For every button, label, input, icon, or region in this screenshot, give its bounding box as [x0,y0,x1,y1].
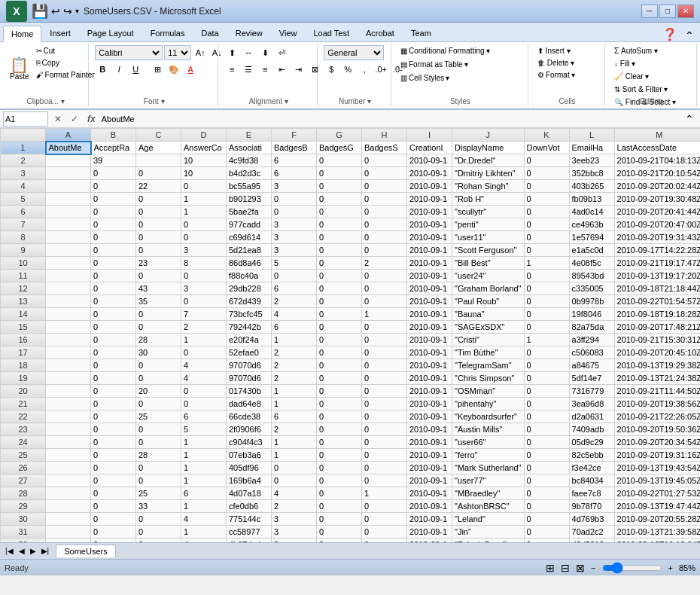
cell-r27c12[interactable]: 2010-09-13T19:45:05Z [614,474,700,487]
zoom-in-btn[interactable]: + [668,563,673,572]
expand-formula-icon[interactable]: ✕ [51,114,65,124]
cell-r29c5[interactable]: 2 [272,500,317,513]
cell-r20c12[interactable]: 2010-09-21T11:44:50Z [614,385,700,398]
cell-r2c6[interactable]: 0 [317,154,362,167]
cell-r9c3[interactable]: 3 [181,244,227,257]
cell-r17c1[interactable]: 0 [91,346,136,359]
cell-r24c3[interactable]: 1 [181,436,227,449]
align-top-btn[interactable]: ⬆ [224,45,239,60]
cell-r2c12[interactable]: 2010-09-21T04:18:13Z [614,154,700,167]
cell-r14c6[interactable]: 0 [317,308,362,321]
cell-r2c3[interactable]: 10 [181,154,227,167]
cell-r16c6[interactable]: 0 [317,334,362,346]
cell-r12c5[interactable]: 6 [272,282,317,295]
cell-r30c8[interactable]: 2010-09-1 [407,513,452,526]
cell-r5c7[interactable]: 0 [362,193,407,206]
cell-r11c4[interactable]: f88c40a [227,270,272,282]
indent-inc-btn[interactable]: ⇥ [291,62,306,77]
cell-r14c11[interactable]: 19f8046 [569,308,614,321]
cell-b1[interactable]: AcceptRa [91,142,136,154]
cell-r27c3[interactable]: 1 [181,474,227,487]
cell-r6c0[interactable] [46,206,91,218]
cell-r12c10[interactable]: 0 [524,282,569,295]
cell-r23c2[interactable]: 0 [136,423,181,436]
align-middle-btn[interactable]: ↔ [241,45,256,60]
cell-r20c8[interactable]: 2010-09-1 [407,385,452,398]
cell-r20c1[interactable]: 0 [91,385,136,398]
cell-r10c2[interactable]: 23 [136,257,181,270]
cell-r31c1[interactable]: 0 [91,526,136,539]
cell-r22c3[interactable]: 6 [181,410,227,423]
increase-font-btn[interactable]: A↑ [193,45,208,60]
cell-r25c9[interactable]: "ferro" [452,449,525,462]
cell-r10c11[interactable]: 4e08f5c [569,257,614,270]
cell-r11c3[interactable]: 0 [181,270,227,282]
cell-r25c7[interactable]: 0 [362,449,407,462]
tab-page-layout[interactable]: Page Layout [79,25,142,41]
redo-quick-btn[interactable]: ↪ [63,5,72,17]
cell-r15c4[interactable]: 792442b [227,321,272,334]
format-painter-button[interactable]: 🖌 Format Painter [33,69,98,81]
cell-r13c6[interactable]: 0 [317,295,362,308]
cell-r10c10[interactable]: 1 [524,257,569,270]
cell-r32c4[interactable]: 4b87dcd [227,539,272,543]
cell-r14c2[interactable]: 0 [136,308,181,321]
cell-r17c4[interactable]: 52efae0 [227,346,272,359]
cell-r23c3[interactable]: 5 [181,423,227,436]
cell-r32c3[interactable]: 4 [181,539,227,543]
italic-button[interactable]: I [111,62,126,77]
cell-r29c1[interactable]: 0 [91,500,136,513]
col-header-i[interactable]: I [407,129,452,142]
cell-r15c9[interactable]: "SAGExSDX" [452,321,525,334]
cell-r14c0[interactable] [46,308,91,321]
col-header-h[interactable]: H [362,129,407,142]
cell-r31c12[interactable]: 2010-09-13T21:39:58Z [614,526,700,539]
cell-r32c0[interactable] [46,539,91,543]
conditional-formatting-button[interactable]: ▦ Conditional Formatting ▾ [397,45,493,56]
cell-r28c12[interactable]: 2010-09-22T01:27:53Z [614,487,700,500]
cell-r18c5[interactable]: 2 [272,359,317,372]
cell-r11c7[interactable]: 0 [362,270,407,282]
cell-r16c3[interactable]: 1 [181,334,227,346]
cell-r24c0[interactable] [46,436,91,449]
decimal-inc-btn[interactable]: .0+ [373,62,388,77]
cell-r27c6[interactable]: 0 [317,474,362,487]
cell-r11c1[interactable]: 0 [91,270,136,282]
cell-r8c7[interactable]: 0 [362,231,407,244]
cell-r19c3[interactable]: 4 [181,372,227,385]
cell-r32c9[interactable]: "FoleyisGood" [452,539,525,543]
wrap-text-btn[interactable]: ⏎ [274,45,289,60]
cell-r4c1[interactable]: 0 [91,180,136,193]
cell-r21c5[interactable]: 1 [272,398,317,410]
save-quick-btn[interactable]: 💾 [32,3,48,20]
cell-r18c10[interactable]: 0 [524,359,569,372]
cell-r19c6[interactable]: 0 [317,372,362,385]
cell-r31c2[interactable]: 0 [136,526,181,539]
align-right-btn[interactable]: ≡ [257,62,272,77]
cell-r14c4[interactable]: 73bcfc45 [227,308,272,321]
cell-r10c8[interactable]: 2010-09-1 [407,257,452,270]
cell-r4c6[interactable]: 0 [317,180,362,193]
tab-team[interactable]: Team [403,25,440,41]
tab-acrobat[interactable]: Acrobat [358,25,403,41]
cell-r9c4[interactable]: 5d21ea8 [227,244,272,257]
cell-r18c0[interactable] [46,359,91,372]
cell-r24c4[interactable]: c904f4c3 [227,436,272,449]
minimize-button[interactable]: ─ [641,5,658,18]
cell-r28c7[interactable]: 1 [362,487,407,500]
paste-button[interactable]: 📋 Paste [8,45,32,92]
cell-r10c3[interactable]: 8 [181,257,227,270]
cell-r23c5[interactable]: 2 [272,423,317,436]
cell-r8c1[interactable]: 0 [91,231,136,244]
cell-r3c12[interactable]: 2010-09-21T20:10:54Z [614,167,700,180]
cell-r7c5[interactable]: 3 [272,218,317,231]
cell-r23c11[interactable]: 7409adb [569,423,614,436]
cell-r32c7[interactable]: 0 [362,539,407,543]
comma-btn[interactable]: , [357,62,372,77]
cell-r22c6[interactable]: 0 [317,410,362,423]
cell-r26c11[interactable]: f3e42ce [569,462,614,474]
cell-r20c7[interactable]: 0 [362,385,407,398]
tab-load-test[interactable]: Load Test [305,25,358,41]
cell-a1[interactable]: AboutMe [46,142,91,154]
cell-r10c4[interactable]: 86d8a46 [227,257,272,270]
